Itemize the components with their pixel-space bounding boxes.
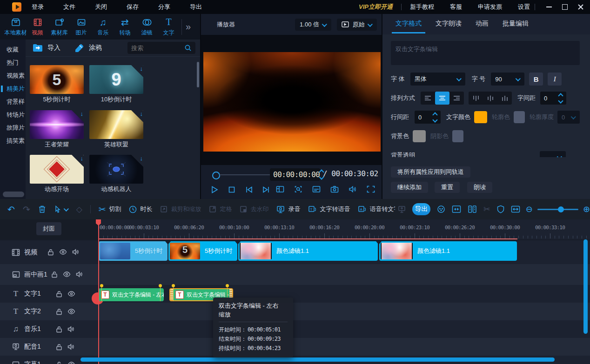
- line-spacing-stepper[interactable]: 0: [415, 111, 441, 124]
- tab-batch-edit[interactable]: 批量编辑: [503, 20, 529, 29]
- zoom-out-icon[interactable]: ⊖: [526, 205, 533, 213]
- select-tool-button[interactable]: [54, 205, 68, 213]
- stepper-arrows[interactable]: [559, 94, 563, 103]
- track-text2[interactable]: T 文字2: [0, 303, 590, 320]
- menu-close-project[interactable]: 关闭: [95, 3, 107, 11]
- stop-button[interactable]: [228, 185, 236, 194]
- cover-button[interactable]: 封面: [36, 222, 61, 235]
- track-voiceover1[interactable]: 配音1: [0, 338, 590, 356]
- align-center-button[interactable]: [435, 92, 449, 105]
- download-icon[interactable]: ↓: [80, 155, 84, 162]
- playhead-line[interactable]: [98, 219, 99, 364]
- tab-local-media[interactable]: 本地素材: [5, 17, 27, 37]
- sidebar-item-video-clips[interactable]: 视频素: [0, 69, 26, 82]
- outline-width-select[interactable]: 0: [557, 111, 580, 124]
- menu-tutorial[interactable]: 新手教程: [410, 3, 434, 11]
- timeline-clip-video[interactable]: 5秒倒计时: [168, 241, 237, 261]
- text-to-speech-button[interactable]: T 文字转语音: [308, 205, 350, 213]
- playback-speed-dropdown[interactable]: 1.00 倍: [295, 19, 331, 31]
- sidebar-item-funny-clips[interactable]: 搞笑素: [0, 134, 26, 147]
- tab-text-to-speech[interactable]: 文字朗读: [436, 20, 462, 29]
- library-item-thumbnail[interactable]: ↓: [30, 155, 84, 184]
- library-scroll-thumb[interactable]: [197, 62, 199, 87]
- timeline-ruler[interactable]: 封面 00:00:00:00 00:00:03:10 00:00:06:20 0…: [0, 219, 590, 239]
- menu-settings[interactable]: 设置: [518, 3, 530, 11]
- sidebar-item-backgrounds[interactable]: 背景样: [0, 95, 26, 108]
- crop-zoom-button[interactable]: 裁剪和缩放: [160, 205, 201, 213]
- sidebar-item-glitch-clips[interactable]: 故障片: [0, 121, 26, 134]
- tab-music[interactable]: ♫ 音乐: [92, 17, 114, 37]
- reset-button[interactable]: 重置: [435, 182, 460, 193]
- fit-timeline-button[interactable]: [511, 205, 520, 213]
- menu-invoice[interactable]: 申请发票: [478, 3, 502, 11]
- timeline-clip-video[interactable]: 5秒倒计时: [99, 241, 168, 261]
- fullscreen-icon[interactable]: [367, 185, 375, 193]
- library-item-thumbnail[interactable]: ↓: [30, 110, 84, 139]
- sidebar-item-favorites[interactable]: 收藏: [0, 43, 26, 56]
- track-pip[interactable]: 画中画1: [0, 264, 590, 285]
- align-right-button[interactable]: [449, 92, 464, 105]
- shield-button[interactable]: [497, 205, 504, 213]
- prev-frame-button[interactable]: [245, 185, 253, 194]
- undo-button[interactable]: ↶: [7, 205, 15, 214]
- lock-icon[interactable]: [56, 291, 62, 298]
- menu-file[interactable]: 文件: [63, 3, 75, 11]
- seek-track[interactable]: [220, 174, 271, 175]
- tab-images[interactable]: 图片: [70, 17, 92, 37]
- read-aloud-button[interactable]: 朗读: [467, 182, 492, 193]
- menu-support[interactable]: 客服: [450, 3, 462, 11]
- snapshot-camera-icon[interactable]: [330, 185, 339, 193]
- duration-button[interactable]: 时长: [129, 205, 152, 213]
- maximize-button[interactable]: [562, 4, 568, 10]
- horizontal-scrollbar[interactable]: [80, 357, 555, 362]
- close-button[interactable]: [578, 4, 583, 10]
- delete-button[interactable]: [38, 205, 46, 213]
- more-tabs-icon[interactable]: »: [184, 21, 193, 32]
- apply-all-button[interactable]: 将所有属性应用到同轨道: [391, 166, 470, 178]
- track-speaker-icon[interactable]: [76, 271, 83, 278]
- download-icon[interactable]: ↓: [140, 65, 143, 72]
- timeline-clip-video[interactable]: 颜色滤镜1.1: [238, 241, 378, 261]
- tab-filters[interactable]: 滤镜: [136, 17, 158, 37]
- video-preview[interactable]: [203, 52, 381, 152]
- split-view-button[interactable]: [468, 205, 477, 213]
- lock-icon[interactable]: [56, 308, 62, 315]
- search-input[interactable]: [127, 45, 184, 52]
- continue-add-button[interactable]: 继续添加: [391, 182, 428, 193]
- tab-text-format[interactable]: 文字格式: [396, 20, 422, 29]
- eye-icon[interactable]: [63, 271, 71, 278]
- download-icon[interactable]: ↓: [140, 110, 143, 117]
- vertical-scrollbar[interactable]: [583, 239, 588, 334]
- current-time-box[interactable]: 00:00:00:00: [270, 168, 320, 181]
- sidebar-item-hot[interactable]: 热门: [0, 56, 26, 69]
- import-button[interactable]: 导入: [32, 43, 60, 53]
- library-item-thumbnail[interactable]: 5: [30, 65, 84, 94]
- lock-icon[interactable]: [56, 326, 62, 333]
- sticker-button[interactable]: [437, 205, 445, 213]
- redo-button[interactable]: ↷: [23, 205, 30, 214]
- library-item-thumbnail[interactable]: ↓: [89, 155, 143, 184]
- lock-icon[interactable]: [56, 344, 62, 351]
- view-mode-dropdown[interactable]: 原始: [337, 19, 377, 31]
- tab-stock-library[interactable]: 素材库: [48, 17, 70, 37]
- tab-animation[interactable]: 动画: [476, 20, 489, 29]
- track-speaker-icon[interactable]: [67, 344, 74, 350]
- zoom-slider-track[interactable]: [537, 209, 578, 210]
- download-icon[interactable]: ↓: [80, 110, 84, 117]
- keyframe-dot[interactable]: [172, 284, 175, 287]
- eye-icon[interactable]: [59, 249, 67, 255]
- valign-middle-button[interactable]: [483, 92, 497, 105]
- search-box[interactable]: [127, 42, 195, 54]
- font-family-select[interactable]: 黑体: [410, 73, 465, 86]
- bg-color-swatch[interactable]: [413, 130, 426, 142]
- record-audio-button[interactable]: 录音: [276, 205, 300, 213]
- remove-watermark-button[interactable]: 去水印: [240, 205, 268, 213]
- shadow-color-swatch[interactable]: [452, 130, 463, 142]
- tab-text[interactable]: T 文字: [158, 17, 180, 37]
- sidebar-scroll-thumb[interactable]: [3, 192, 24, 197]
- keyframe-dot[interactable]: [100, 284, 103, 287]
- track-speaker-icon[interactable]: [72, 249, 79, 255]
- keyframe-dot[interactable]: [159, 284, 162, 287]
- next-frame-button[interactable]: [262, 185, 270, 194]
- letter-spacing-stepper[interactable]: 0: [540, 92, 566, 105]
